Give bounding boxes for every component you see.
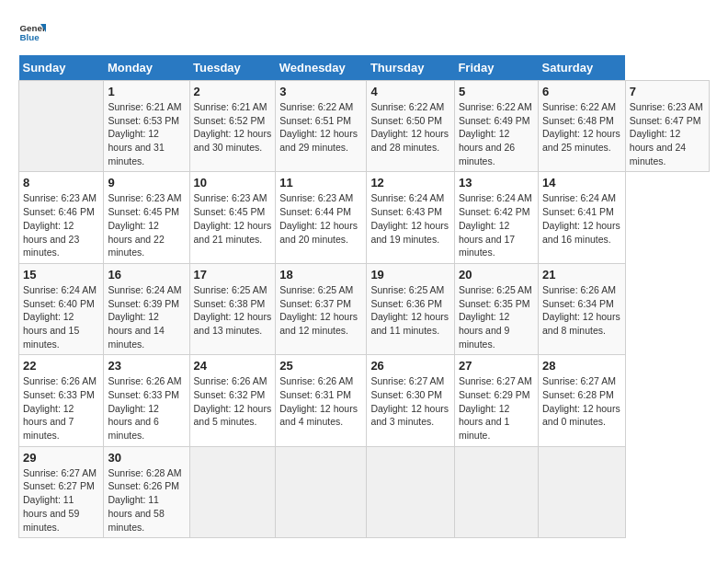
calendar-cell: 24Sunrise: 6:26 AMSunset: 6:32 PMDayligh… — [189, 355, 276, 446]
calendar-cell: 21Sunrise: 6:26 AMSunset: 6:34 PMDayligh… — [539, 263, 626, 354]
calendar-cell: 30Sunrise: 6:28 AMSunset: 6:26 PMDayligh… — [104, 446, 189, 537]
day-info: Sunrise: 6:27 AMSunset: 6:29 PMDaylight:… — [459, 374, 534, 442]
calendar-cell — [454, 446, 538, 537]
calendar-cell: 6Sunrise: 6:22 AMSunset: 6:48 PMDaylight… — [539, 81, 626, 172]
day-number: 27 — [459, 359, 534, 373]
day-number: 28 — [542, 359, 621, 373]
day-header-sunday: Sunday — [19, 55, 104, 81]
day-number: 17 — [194, 268, 272, 282]
page-header: General Blue — [18, 18, 710, 46]
logo-icon: General Blue — [18, 18, 46, 46]
calendar-cell — [189, 446, 276, 537]
day-info: Sunrise: 6:26 AMSunset: 6:34 PMDaylight:… — [542, 283, 621, 338]
calendar-cell: 11Sunrise: 6:23 AMSunset: 6:44 PMDayligh… — [276, 172, 367, 263]
calendar-cell: 18Sunrise: 6:25 AMSunset: 6:37 PMDayligh… — [276, 263, 367, 354]
calendar-cell: 23Sunrise: 6:26 AMSunset: 6:33 PMDayligh… — [104, 355, 189, 446]
day-header-wednesday: Wednesday — [276, 55, 367, 81]
day-number: 8 — [23, 176, 99, 190]
calendar-week-row: 1Sunrise: 6:21 AMSunset: 6:53 PMDaylight… — [19, 81, 710, 172]
day-number: 10 — [194, 176, 272, 190]
calendar-week-row: 22Sunrise: 6:26 AMSunset: 6:33 PMDayligh… — [19, 355, 710, 446]
day-info: Sunrise: 6:28 AMSunset: 6:26 PMDaylight:… — [108, 466, 185, 534]
day-header-tuesday: Tuesday — [189, 55, 276, 81]
day-number: 5 — [459, 85, 534, 98]
day-info: Sunrise: 6:22 AMSunset: 6:51 PMDaylight:… — [279, 100, 362, 155]
calendar-cell: 19Sunrise: 6:25 AMSunset: 6:36 PMDayligh… — [367, 263, 455, 354]
svg-text:Blue: Blue — [20, 32, 40, 42]
day-info: Sunrise: 6:22 AMSunset: 6:48 PMDaylight:… — [542, 100, 621, 155]
calendar-cell: 15Sunrise: 6:24 AMSunset: 6:40 PMDayligh… — [19, 263, 104, 354]
day-number: 19 — [370, 268, 450, 282]
day-info: Sunrise: 6:24 AMSunset: 6:40 PMDaylight:… — [23, 283, 99, 350]
calendar-cell: 16Sunrise: 6:24 AMSunset: 6:39 PMDayligh… — [104, 263, 189, 354]
calendar-cell: 27Sunrise: 6:27 AMSunset: 6:29 PMDayligh… — [454, 355, 538, 446]
day-number: 1 — [108, 85, 185, 98]
day-info: Sunrise: 6:24 AMSunset: 6:39 PMDaylight:… — [108, 283, 185, 350]
calendar-cell: 2Sunrise: 6:21 AMSunset: 6:52 PMDaylight… — [189, 81, 276, 172]
calendar-cell: 26Sunrise: 6:27 AMSunset: 6:30 PMDayligh… — [367, 355, 455, 446]
day-number: 6 — [542, 85, 621, 98]
day-info: Sunrise: 6:21 AMSunset: 6:52 PMDaylight:… — [194, 100, 272, 155]
calendar-cell: 29Sunrise: 6:27 AMSunset: 6:27 PMDayligh… — [19, 446, 104, 537]
day-number: 9 — [108, 176, 185, 190]
calendar-cell: 5Sunrise: 6:22 AMSunset: 6:49 PMDaylight… — [454, 81, 538, 172]
calendar-cell: 1Sunrise: 6:21 AMSunset: 6:53 PMDaylight… — [104, 81, 189, 172]
calendar-cell: 3Sunrise: 6:22 AMSunset: 6:51 PMDaylight… — [276, 81, 367, 172]
calendar-cell: 25Sunrise: 6:26 AMSunset: 6:31 PMDayligh… — [276, 355, 367, 446]
calendar-cell: 10Sunrise: 6:23 AMSunset: 6:45 PMDayligh… — [189, 172, 276, 263]
calendar-cell — [367, 446, 455, 537]
day-header-monday: Monday — [104, 55, 189, 81]
day-number: 12 — [370, 176, 450, 190]
day-info: Sunrise: 6:26 AMSunset: 6:32 PMDaylight:… — [194, 374, 272, 429]
day-info: Sunrise: 6:22 AMSunset: 6:49 PMDaylight:… — [459, 100, 534, 167]
calendar-table: SundayMondayTuesdayWednesdayThursdayFrid… — [18, 55, 710, 538]
calendar-cell: 13Sunrise: 6:24 AMSunset: 6:42 PMDayligh… — [454, 172, 538, 263]
day-info: Sunrise: 6:25 AMSunset: 6:38 PMDaylight:… — [194, 283, 272, 338]
day-info: Sunrise: 6:24 AMSunset: 6:41 PMDaylight:… — [542, 191, 621, 246]
calendar-cell: 8Sunrise: 6:23 AMSunset: 6:46 PMDaylight… — [19, 172, 104, 263]
day-number: 24 — [194, 359, 272, 373]
day-number: 25 — [279, 359, 362, 373]
day-info: Sunrise: 6:23 AMSunset: 6:45 PMDaylight:… — [108, 191, 185, 259]
calendar-week-row: 8Sunrise: 6:23 AMSunset: 6:46 PMDaylight… — [19, 172, 710, 263]
day-number: 16 — [108, 268, 185, 282]
day-number: 22 — [23, 359, 99, 373]
day-info: Sunrise: 6:24 AMSunset: 6:43 PMDaylight:… — [370, 191, 450, 246]
calendar-cell — [276, 446, 367, 537]
calendar-cell: 28Sunrise: 6:27 AMSunset: 6:28 PMDayligh… — [539, 355, 626, 446]
calendar-cell: 7Sunrise: 6:23 AMSunset: 6:47 PMDaylight… — [625, 81, 709, 172]
day-number: 7 — [630, 85, 705, 98]
day-info: Sunrise: 6:23 AMSunset: 6:47 PMDaylight:… — [630, 100, 705, 167]
day-info: Sunrise: 6:24 AMSunset: 6:42 PMDaylight:… — [459, 191, 534, 259]
day-info: Sunrise: 6:23 AMSunset: 6:45 PMDaylight:… — [194, 191, 272, 246]
day-number: 3 — [279, 85, 362, 98]
calendar-cell: 9Sunrise: 6:23 AMSunset: 6:45 PMDaylight… — [104, 172, 189, 263]
day-number: 4 — [370, 85, 450, 98]
day-number: 11 — [279, 176, 362, 190]
day-number: 2 — [194, 85, 272, 98]
day-number: 26 — [370, 359, 450, 373]
calendar-cell: 17Sunrise: 6:25 AMSunset: 6:38 PMDayligh… — [189, 263, 276, 354]
day-info: Sunrise: 6:26 AMSunset: 6:33 PMDaylight:… — [23, 374, 99, 442]
day-number: 20 — [459, 268, 534, 282]
day-info: Sunrise: 6:27 AMSunset: 6:27 PMDaylight:… — [23, 466, 99, 534]
day-number: 29 — [23, 451, 99, 465]
calendar-cell: 12Sunrise: 6:24 AMSunset: 6:43 PMDayligh… — [367, 172, 455, 263]
day-info: Sunrise: 6:25 AMSunset: 6:36 PMDaylight:… — [370, 283, 450, 338]
calendar-week-row: 15Sunrise: 6:24 AMSunset: 6:40 PMDayligh… — [19, 263, 710, 354]
logo: General Blue — [18, 18, 50, 46]
day-info: Sunrise: 6:26 AMSunset: 6:33 PMDaylight:… — [108, 374, 185, 442]
day-header-friday: Friday — [454, 55, 538, 81]
day-number: 14 — [542, 176, 621, 190]
day-number: 15 — [23, 268, 99, 282]
calendar-cell — [539, 446, 626, 537]
day-number: 30 — [108, 451, 185, 465]
day-info: Sunrise: 6:27 AMSunset: 6:28 PMDaylight:… — [542, 374, 621, 429]
day-info: Sunrise: 6:23 AMSunset: 6:46 PMDaylight:… — [23, 191, 99, 259]
day-info: Sunrise: 6:26 AMSunset: 6:31 PMDaylight:… — [279, 374, 362, 429]
day-info: Sunrise: 6:23 AMSunset: 6:44 PMDaylight:… — [279, 191, 362, 246]
day-header-thursday: Thursday — [367, 55, 455, 81]
day-info: Sunrise: 6:25 AMSunset: 6:35 PMDaylight:… — [459, 283, 534, 350]
calendar-cell: 14Sunrise: 6:24 AMSunset: 6:41 PMDayligh… — [539, 172, 626, 263]
calendar-cell: 22Sunrise: 6:26 AMSunset: 6:33 PMDayligh… — [19, 355, 104, 446]
